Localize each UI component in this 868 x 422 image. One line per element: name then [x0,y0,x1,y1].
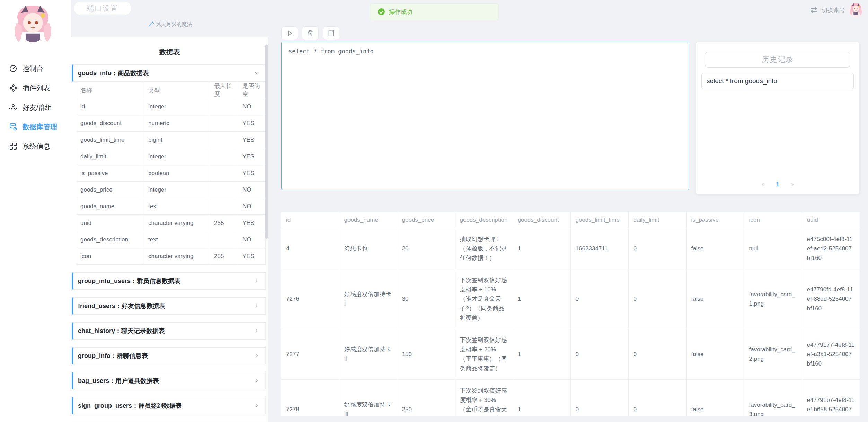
chevron-right-icon [254,278,260,284]
cell: false [686,379,744,416]
cell: YES [238,248,266,265]
accordion-bag-users[interactable]: bag_users：用户道具数据表 [72,372,266,389]
sidebar-item-database[interactable]: 数据库管理 [0,117,71,137]
next-page-button[interactable]: › [791,181,794,188]
accordion-label: bag_users：用户道具数据表 [78,377,159,385]
cell: id [76,98,144,115]
cell: uuid [76,215,144,231]
cell: 7278 [281,379,339,416]
cell: numeric [144,115,210,132]
database-icon [9,123,17,131]
sidebar-item-label: 数据库管理 [23,122,57,132]
cell: text [144,198,210,215]
current-page[interactable]: 1 [776,181,779,188]
sidebar-item-friends[interactable]: 好友/群组 [0,98,71,117]
cell: e475c00f-4ef8-11ef-aed2-5254007bf160 [802,228,860,269]
cell: e47791b7-4ef8-11ef-b658-5254007bf160 [802,379,860,416]
magic-tagline-text: 风灵月影的魔法 [156,21,192,28]
cell: 0 [628,379,686,416]
success-toast: 操作成功 [370,3,499,20]
account-avatar-image [849,3,863,17]
column-header: goods_name [339,212,397,228]
clear-query-button[interactable] [302,26,319,40]
column-header: daily_limit [628,212,686,228]
cell: NO [238,182,266,198]
cell: character varying [144,215,210,231]
cell: NO [238,231,266,248]
cell: 0 [628,269,686,329]
accordion-goods-info[interactable]: goods_info：商品数据表 [72,64,266,82]
switch-account-label: 切换账号 [822,6,845,14]
column-header: 最大长度 [210,82,238,98]
cell: integer [144,182,210,198]
cell: goods_discount [76,115,144,132]
cell: daily_limit [76,148,144,165]
table-row: uuidcharacter varying255YES [76,215,266,231]
history-item[interactable]: select * from goods_info [701,73,854,89]
table-row: goods_nametextNO [76,198,266,215]
switch-account[interactable]: 切换账号 [810,3,863,17]
query-results: idgoods_namegoods_pricegoods_description… [281,212,860,416]
cell [210,231,238,248]
cell: 1662334711 [570,228,628,269]
cell: null [744,228,802,269]
table-header-row: idgoods_namegoods_pricegoods_description… [281,212,860,228]
sidebar: 控制台 插件列表 好友/群组 数据库管理 系统信息 [0,0,71,422]
cell: integer [144,98,210,115]
prev-page-button[interactable]: ‹ [762,181,764,188]
toast-message: 操作成功 [389,8,413,16]
cell: 下次签到双倍好感度概率 + 30%（金币才是真命天子！）（同类商品将覆盖） [455,379,513,416]
accordion-group-info[interactable]: group_info：群聊信息表 [72,347,266,364]
run-query-button[interactable] [281,26,298,40]
sidebar-item-label: 插件列表 [23,83,50,93]
cell: goods_name [76,198,144,215]
sidebar-item-label: 系统信息 [23,142,50,151]
cell: character varying [144,248,210,265]
paste-query-button[interactable] [323,26,339,40]
chevron-right-icon [254,403,260,409]
cell: YES [238,132,266,148]
sql-toolbar [281,26,339,40]
table-row: is_passivebooleanYES [76,165,266,182]
cell: YES [238,115,266,132]
cell: goods_price [76,182,144,198]
play-icon [286,29,293,37]
cell [210,198,238,215]
column-header: icon [744,212,802,228]
table-row: 7276好感度双倍加持卡Ⅰ30下次签到双倍好感度概率 + 10%（谁才是真命天子… [281,269,860,329]
cell: 0 [570,269,628,329]
sidebar-item-console[interactable]: 控制台 [0,59,71,78]
clipboard-icon [327,29,335,37]
sidebar-item-plugins[interactable]: 插件列表 [0,78,71,98]
accordion-group-info-users[interactable]: group_info_users：群员信息数据表 [72,272,266,290]
sidebar-item-label: 控制台 [23,64,43,73]
column-header: 是否为空 [238,82,266,98]
column-header: goods_price [397,212,455,228]
cell: favorability_card_3.png [744,379,802,416]
chevron-right-icon [254,378,260,384]
panel-scrollbar[interactable] [265,45,268,239]
sql-editor-input[interactable]: select * from goods_info [281,42,689,190]
column-header: id [281,212,339,228]
cell: favorability_card_2.png [744,329,802,380]
cell: 7276 [281,269,339,329]
cell [210,165,238,182]
port-settings-button[interactable]: 端口设置 [74,2,131,15]
column-header: is_passive [686,212,744,228]
account-avatar[interactable] [849,3,863,17]
sidebar-item-system[interactable]: 系统信息 [0,137,71,156]
sidebar-menu: 控制台 插件列表 好友/群组 数据库管理 系统信息 [0,59,71,156]
table-row: 4幻想卡包20抽取幻想卡牌！（体验版，不记录任何数据！）116623347110… [281,228,860,269]
accordion-friend-users[interactable]: friend_users：好友信息数据表 [72,297,266,315]
tables-panel: 数据表 goods_info：商品数据表 名称类型最大长度是否为空idinteg… [71,37,268,422]
chevron-right-icon [254,303,260,309]
cell: 30 [397,269,455,329]
accordion-sign-group-users[interactable]: sign_group_users：群员签到数据表 [72,397,266,414]
cell: 1 [513,269,570,329]
cell: icon [76,248,144,265]
table-row: daily_limitintegerYES [76,148,266,165]
accordion-chat-history[interactable]: chat_history：聊天记录数据表 [72,322,266,340]
cell: 0 [628,329,686,380]
cell: 20 [397,228,455,269]
magic-tagline: 风灵月影的魔法 [71,21,268,28]
